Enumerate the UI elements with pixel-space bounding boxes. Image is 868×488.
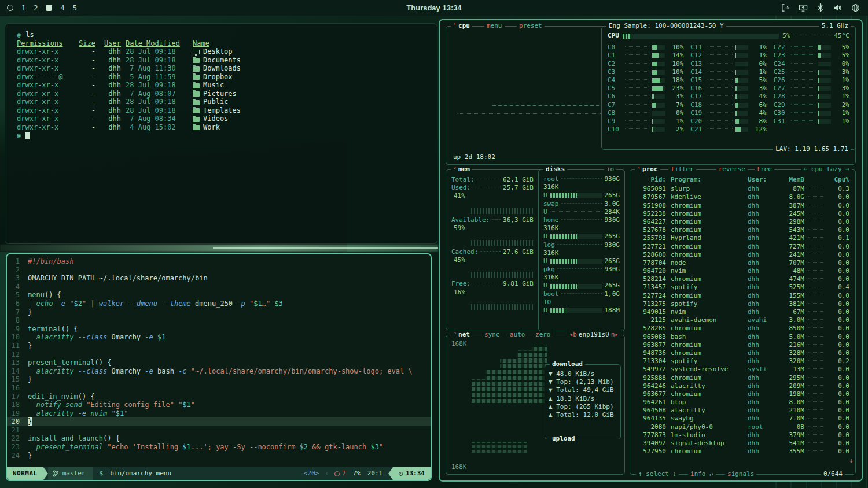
workspace-3-active-icon[interactable]	[46, 5, 52, 11]
info-hint[interactable]: info ↵	[688, 470, 716, 479]
screenshare-icon[interactable]	[799, 3, 808, 12]
code-line[interactable]: 5menu() {	[7, 291, 431, 300]
process-row[interactable]: 2125avahi-daemonavahi3.0M0.0	[636, 316, 849, 324]
process-row[interactable]: 713457spotifydhh525M0.4	[636, 283, 849, 291]
process-row[interactable]: 951908chromiumdhh387M0.0	[636, 202, 849, 210]
header-cpu[interactable]: Cpu%	[826, 176, 849, 184]
process-row[interactable]: 2080napi/phy0-0root0B0.0	[636, 423, 849, 431]
iface-prev-button[interactable]: ◂b	[569, 331, 577, 339]
process-row[interactable]: 949015nvimdhh67M0.0	[636, 308, 849, 316]
code-line[interactable]: 22install_and_launch() {	[7, 434, 431, 443]
net-sync-toggle[interactable]: sync	[482, 331, 502, 339]
editor-window[interactable]: 1#!/bin/bash23OMARCHY_BIN_PATH=~/.local/…	[6, 253, 432, 481]
process-row[interactable]: 948736chromiumdhh328M0.0	[636, 349, 849, 357]
process-row[interactable]: 527721chromiumdhh727M0.0	[636, 243, 849, 251]
code-line[interactable]: 13present_terminal() {	[7, 358, 431, 367]
process-row[interactable]: 963877chromiumdhh216M0.0	[636, 341, 849, 349]
preset-button[interactable]: preset	[517, 22, 545, 31]
code-line[interactable]: 1#!/bin/bash	[7, 257, 431, 266]
process-row[interactable]: 528600chromiumdhh241M0.0	[636, 251, 849, 259]
reverse-sort-button[interactable]: reverse	[716, 165, 748, 174]
code-line[interactable]: 8	[7, 316, 431, 325]
process-row[interactable]: 964261btopdhh8.0M0.0	[636, 398, 849, 406]
io-mode-toggle[interactable]: io	[604, 165, 616, 174]
code-line[interactable]: 12	[7, 350, 431, 359]
process-row[interactable]: 964227chromiumdhh298M0.0	[636, 218, 849, 226]
code-line[interactable]: 7}	[7, 308, 431, 317]
code-line[interactable]: 16	[7, 384, 431, 393]
code-line[interactable]: 11}	[7, 342, 431, 350]
code-line[interactable]: 3OMARCHY_BIN_PATH=~/.local/share/omarchy…	[7, 274, 431, 283]
volume-icon[interactable]	[833, 3, 842, 12]
process-row[interactable]: 965083bashdhh5.0M0.0	[636, 333, 849, 341]
process-row[interactable]: 964508alacrittydhh210M0.0	[636, 406, 849, 415]
globe-icon[interactable]	[851, 3, 860, 12]
process-row[interactable]: 879567kdenlivedhh8.0G0.0	[636, 193, 849, 201]
code-token: $1	[182, 443, 190, 451]
process-row[interactable]: 952238chromiumdhh245M0.0	[636, 210, 849, 218]
select-hint[interactable]: ↑ select ↓	[636, 470, 679, 479]
code-line[interactable]: 4	[7, 283, 431, 291]
code-area[interactable]: 1#!/bin/bash23OMARCHY_BIN_PATH=~/.local/…	[7, 254, 431, 467]
disk-mid-row: 316K	[543, 183, 620, 191]
process-row[interactable]: 528285chromiumdhh850M0.0	[636, 324, 849, 332]
process-row[interactable]: 964135swaybgdhh7.0M0.0	[636, 415, 849, 423]
workspace-4[interactable]: 4	[60, 4, 64, 12]
code-line[interactable]: 19 alacritty -e nvim "$1"	[7, 409, 431, 418]
code-line[interactable]: 23 present_terminal "echo 'Installing $1…	[7, 443, 431, 452]
launcher-icon[interactable]	[7, 5, 13, 11]
process-row[interactable]: 713275spotifydhh381M0.0	[636, 300, 849, 308]
btop-window[interactable]: ¹ cpu menu preset 13:34:55 - 2000ms + up…	[439, 19, 863, 482]
process-name: spotify	[666, 283, 748, 291]
code-line[interactable]: 10 alacritty --class Omarchy -e $1	[7, 333, 431, 342]
terminal-window[interactable]: ◉ ls Permissions Size User Date Modified…	[5, 23, 437, 244]
process-row[interactable]: 963677chromiumdhh198M0.0	[636, 390, 849, 398]
process-row[interactable]: 964246alacrittydhh209M0.0	[636, 382, 849, 390]
code-line[interactable]: 14 alacritty --class Omarchy -e bash -c …	[7, 367, 431, 376]
bluetooth-icon[interactable]	[817, 3, 823, 12]
header-program[interactable]: Program:	[666, 176, 748, 184]
signals-hint[interactable]: signals	[725, 470, 756, 479]
disk-used-value: 265G	[605, 191, 620, 199]
process-row[interactable]: 527678chromiumdhh543M0.0	[636, 226, 849, 234]
logout-icon[interactable]	[781, 3, 789, 12]
net-auto-toggle[interactable]: auto	[507, 331, 528, 339]
header-memb[interactable]: MemB	[775, 176, 804, 184]
process-row[interactable]: 777873lm-studiodhh379M0.0	[636, 431, 849, 439]
filter-button[interactable]: filter	[668, 165, 696, 174]
code-line[interactable]: 15}	[7, 375, 431, 384]
code-line[interactable]: 24}	[7, 452, 431, 460]
sort-column-selector[interactable]: ← cpu lazy →	[801, 165, 852, 174]
code-text: }	[28, 417, 32, 426]
process-row[interactable]: 713304spotifydhh320M0.2	[636, 357, 849, 365]
code-line[interactable]: 2	[7, 266, 431, 275]
process-row[interactable]: 778704nodedhh707M0.0	[636, 259, 849, 267]
workspace-1[interactable]: 1	[21, 4, 25, 12]
process-row[interactable]: 527950chromiumdhh355M0.0	[636, 448, 849, 456]
process-row[interactable]: 549972systemd-resolvesyst+13M0.0	[636, 365, 849, 374]
code-line[interactable]: 21	[7, 426, 431, 435]
code-line[interactable]: 6 echo -e "$2" | walker --dmenu --theme …	[7, 300, 431, 308]
process-row[interactable]: 527724chromiumdhh155M0.0	[636, 292, 849, 300]
process-row[interactable]: 255793Hyprlanddhh421M0.1	[636, 234, 849, 242]
workspace-2[interactable]: 2	[34, 4, 38, 12]
workspace-5[interactable]: 5	[73, 4, 77, 12]
process-row[interactable]: 528214chromiumdhh474M0.0	[636, 275, 849, 283]
process-row[interactable]: 394092signal-desktopdhh541M0.0	[636, 439, 849, 448]
code-line[interactable]: 17edit_in_nvim() {	[7, 393, 431, 401]
iface-next-button[interactable]: n▸	[611, 331, 619, 339]
header-pid[interactable]: Pid:	[636, 176, 666, 184]
core-name: C4	[608, 76, 624, 84]
scroll-down-indicator[interactable]: ↓	[849, 457, 853, 465]
code-line[interactable]: 9terminal() {	[7, 325, 431, 334]
code-line[interactable]: 18 notify-send "Editing config file" "$1…	[7, 401, 431, 409]
iface-name: enp191s0	[579, 331, 609, 339]
tree-view-button[interactable]: tree	[755, 165, 775, 174]
process-row[interactable]: 964720nvimdhh48M0.0	[636, 267, 849, 275]
header-user[interactable]: User:	[748, 176, 775, 184]
menu-button[interactable]: menu	[484, 22, 505, 31]
code-line[interactable]: 20}	[7, 417, 431, 426]
process-row[interactable]: 925888chromiumdhh295M0.0	[636, 374, 849, 382]
net-zero-toggle[interactable]: zero	[533, 331, 553, 339]
process-row[interactable]: 965091slurpdhh87M0.3	[636, 185, 849, 193]
